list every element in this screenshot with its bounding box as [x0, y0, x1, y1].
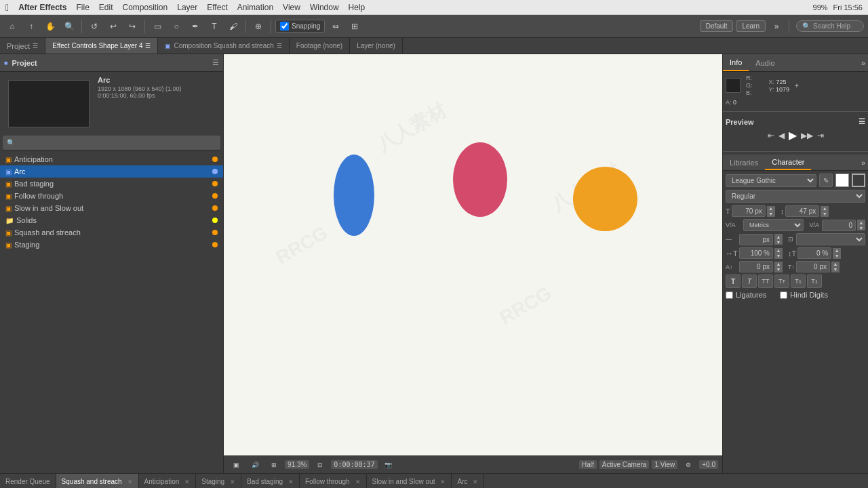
char-stroke-up[interactable]: ▲ [774, 234, 783, 239]
menu-view[interactable]: View [283, 3, 300, 12]
tab-project-menu[interactable]: ☰ [33, 43, 38, 49]
char-font-select[interactable]: League Gothic [726, 174, 816, 187]
composition-viewer[interactable]: 八人素材 RRCG RRCG 八人素材 [224, 54, 722, 455]
tl-tab-squash[interactable]: Squash and streach ✕ [56, 474, 139, 488]
workspace-extend-btn[interactable]: » [768, 18, 785, 35]
tl-tab-slow[interactable]: Slow in and Slow out ✕ [367, 474, 452, 488]
tl-tab-ft-close[interactable]: ✕ [355, 479, 361, 485]
rotate-btn[interactable]: ↺ [86, 18, 102, 35]
tl-tab-staging-close[interactable]: ✕ [230, 479, 235, 485]
char-tsb-spin[interactable]: ▲ ▼ [831, 262, 840, 272]
tl-tab-bad-close[interactable]: ✕ [288, 479, 294, 485]
char-style-select[interactable]: Regular [726, 190, 865, 203]
tab-footage[interactable]: Footage (none) [290, 38, 350, 54]
char-tracking-spin[interactable]: ▲ ▼ [857, 220, 865, 230]
char-leading[interactable] [785, 205, 819, 217]
paint-btn[interactable]: 🖌 [225, 18, 241, 35]
char-vscale[interactable] [797, 247, 831, 259]
viewer-audio-btn[interactable]: 🔊 [247, 457, 263, 473]
tab-effect-menu[interactable]: ☰ [145, 43, 151, 49]
char-hscale-up[interactable]: ▲ [774, 248, 783, 253]
puppet-btn[interactable]: ⊕ [250, 18, 267, 35]
char-tsb-dn[interactable]: ▼ [831, 267, 840, 272]
sub-btn[interactable]: T1 [807, 274, 822, 288]
char-hscale-spin[interactable]: ▲ ▼ [774, 248, 783, 259]
tab-audio[interactable]: Audio [749, 54, 781, 71]
viewer-reschange-btn[interactable]: ⊡ [312, 457, 328, 473]
char-stroke-width[interactable] [739, 234, 773, 245]
pen-btn[interactable]: ✒ [187, 18, 203, 35]
preview-prev-btn[interactable]: ◀ [778, 131, 785, 140]
search-bar[interactable]: 🔍 Search Help [796, 20, 864, 32]
redo-btn[interactable]: ↪ [124, 18, 140, 35]
tl-tab-squash-close[interactable]: ✕ [127, 479, 133, 485]
tl-tab-anticipation-close[interactable]: ✕ [184, 479, 190, 485]
tab-project[interactable]: Project ☰ [0, 38, 45, 54]
fit-btn[interactable]: ⊞ [347, 18, 363, 35]
apple-logo[interactable]:  [5, 2, 9, 13]
menu-layer[interactable]: Layer [177, 3, 197, 12]
undo-btn[interactable]: ↩ [105, 18, 121, 35]
char-kerning-select[interactable]: Metrics [743, 219, 804, 231]
char-bs-spin[interactable]: ▲ ▼ [774, 262, 783, 272]
rect-btn[interactable]: ▭ [149, 18, 165, 35]
home-btn[interactable]: ⌂ [4, 18, 20, 35]
menu-file[interactable]: File [76, 3, 89, 12]
tl-tab-follow-through[interactable]: Follow through ✕ [300, 474, 367, 488]
char-leading-up[interactable]: ▲ [821, 206, 829, 211]
tab-effect-controls[interactable]: Effect Controls Shape Layer 4 ☰ [45, 38, 158, 54]
char-hscale-dn[interactable]: ▼ [774, 253, 783, 259]
char-size-spin[interactable]: ▲ ▼ [767, 206, 775, 217]
char-leading-spin[interactable]: ▲ ▼ [821, 206, 829, 217]
workspace-default-btn[interactable]: Default [700, 20, 734, 32]
char-edit-btn[interactable]: ✎ [819, 174, 833, 187]
char-leading-dn[interactable]: ▼ [821, 211, 829, 217]
char-vscale-spin[interactable]: ▲ ▼ [833, 248, 841, 259]
preview-play-btn[interactable]: ▶ [789, 129, 797, 142]
tl-tab-slow-close[interactable]: ✕ [440, 479, 446, 485]
project-item-slow-in-and-slow-out[interactable]: ▣ Slow in and Slow out [0, 202, 223, 214]
project-item-anticipation[interactable]: ▣ Anticipation [0, 153, 223, 165]
project-search[interactable]: 🔍 [3, 136, 220, 150]
tab-libraries[interactable]: Libraries [723, 155, 765, 170]
menu-effect[interactable]: Effect [207, 3, 227, 12]
snapping-toggle[interactable]: Snapping [275, 20, 325, 33]
proportional-btn[interactable]: ⇔ [328, 18, 344, 35]
menu-composition[interactable]: Composition [123, 3, 168, 12]
bold-btn[interactable]: T [726, 274, 741, 288]
viewer-snapshot-btn[interactable]: 📷 [380, 457, 397, 473]
project-item-solids[interactable]: 📁 Solids [0, 214, 223, 226]
char-fill-color[interactable] [835, 174, 849, 187]
preview-next-btn[interactable]: ▶▶ [801, 131, 813, 140]
tl-tab-bad-staging[interactable]: Bad staging ✕ [241, 474, 300, 488]
char-stroke-dn[interactable]: ▼ [774, 239, 783, 245]
hindi-digits-checkbox[interactable] [780, 291, 787, 299]
snapping-checkbox[interactable] [280, 22, 289, 30]
smallcaps-btn[interactable]: TT [774, 274, 789, 288]
viewer-grid-btn[interactable]: ⊞ [266, 457, 282, 473]
tab-info[interactable]: Info [723, 54, 749, 71]
hand-btn[interactable]: ✋ [42, 18, 58, 35]
char-tsb-up[interactable]: ▲ [831, 262, 840, 267]
project-item-bad-staging[interactable]: ▣ Bad staging [0, 178, 223, 190]
char-vscale-dn[interactable]: ▼ [833, 253, 841, 259]
char-tsb[interactable] [796, 261, 830, 272]
ligatures-checkbox[interactable] [726, 291, 733, 299]
menu-animation[interactable]: Animation [237, 3, 273, 12]
menu-window[interactable]: Window [310, 3, 339, 12]
type-btn[interactable]: T [206, 18, 222, 35]
char-size-dn[interactable]: ▼ [767, 211, 775, 217]
zoom-btn[interactable]: 🔍 [61, 18, 77, 35]
char-stroke-sel[interactable] [796, 233, 865, 245]
tl-tab-arc[interactable]: Arc ✕ [452, 474, 484, 488]
tl-tab-anticipation[interactable]: Anticipation ✕ [139, 474, 197, 488]
viewer-settings-btn[interactable]: ⚙ [680, 457, 696, 473]
char-tracking-dn[interactable]: ▼ [857, 225, 865, 230]
tl-tab-staging[interactable]: Staging ✕ [196, 474, 241, 488]
menu-edit[interactable]: Edit [99, 3, 113, 12]
italic-btn[interactable]: T [742, 274, 757, 288]
char-tracking-up[interactable]: ▲ [857, 220, 865, 225]
char-size-up[interactable]: ▲ [767, 206, 775, 211]
project-item-squash-and-streach[interactable]: ▣ Squash and streach [0, 226, 223, 239]
char-stroke-color[interactable] [852, 174, 865, 187]
